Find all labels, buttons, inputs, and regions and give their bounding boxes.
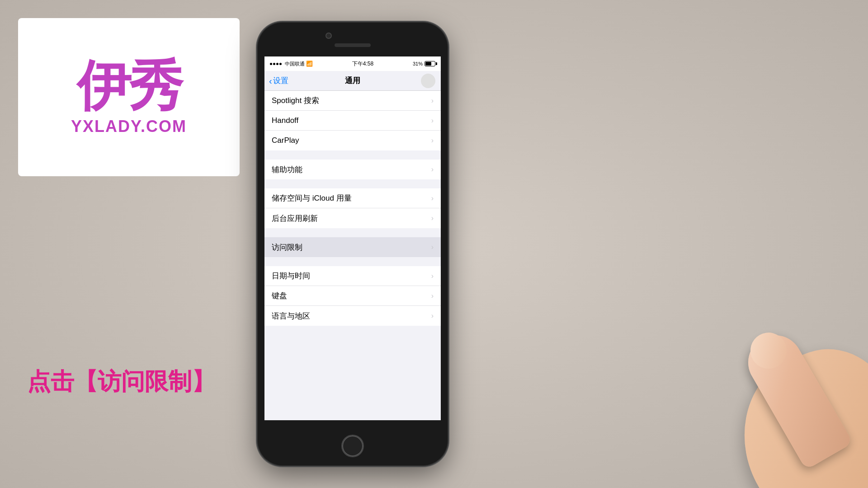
settings-group-4: 访问限制 › — [264, 237, 441, 257]
dot2 — [273, 63, 275, 65]
settings-label-datetime: 日期与时间 — [272, 271, 310, 281]
chevron-icon-accessibility: › — [431, 165, 434, 174]
status-left: 中国联通 📶 — [270, 61, 313, 67]
settings-group-1: Spotlight 搜索 › Handoff › CarPlay › — [264, 91, 441, 150]
status-right: 31% — [413, 61, 435, 66]
dot3 — [276, 63, 278, 65]
settings-label-restrictions: 访问限制 — [272, 242, 302, 253]
settings-group-5: 日期与时间 › 键盘 › 语言与地区 › — [264, 266, 441, 326]
chevron-icon-restrictions: › — [431, 243, 434, 251]
finger — [738, 325, 853, 470]
back-button[interactable]: ‹ 设置 — [269, 75, 288, 86]
logo-chinese: 伊秀 — [77, 58, 181, 113]
status-bar: 中国联通 📶 下午4:58 31% — [264, 56, 441, 71]
settings-item-spotlight[interactable]: Spotlight 搜索 › — [264, 91, 441, 111]
phone-camera — [326, 33, 332, 39]
settings-group-2: 辅助功能 › — [264, 160, 441, 179]
separator-2 — [264, 179, 441, 188]
palm — [720, 331, 868, 488]
home-button[interactable] — [341, 435, 364, 457]
chevron-icon-background-refresh: › — [431, 214, 434, 222]
settings-label-handoff: Handoff — [272, 116, 298, 125]
settings-item-carplay[interactable]: CarPlay › — [264, 131, 441, 150]
settings-list: Spotlight 搜索 › Handoff › CarPlay › — [264, 91, 441, 326]
chevron-icon-datetime: › — [431, 272, 434, 280]
home-button-inner — [342, 436, 363, 456]
carrier-text: 中国联通 — [285, 61, 305, 67]
chevron-icon-storage: › — [431, 194, 434, 202]
chevron-icon-handoff: › — [431, 117, 434, 125]
back-chevron-icon: ‹ — [269, 76, 272, 85]
phone: 中国联通 📶 下午4:58 31% ‹ 设置 通用 — [258, 23, 448, 465]
chevron-icon-keyboard: › — [431, 292, 434, 300]
settings-item-background-refresh[interactable]: 后台应用刷新 › — [264, 208, 441, 228]
settings-label-background-refresh: 后台应用刷新 — [272, 213, 318, 224]
phone-speaker — [335, 43, 371, 47]
status-time: 下午4:58 — [352, 60, 373, 68]
logo-panel: 伊秀 YXLADY.COM — [18, 18, 240, 176]
chevron-icon-spotlight: › — [431, 97, 434, 105]
back-text: 设置 — [273, 75, 288, 86]
separator-4 — [264, 257, 441, 266]
settings-label-carplay: CarPlay — [272, 136, 299, 145]
settings-item-accessibility[interactable]: 辅助功能 › — [264, 160, 441, 179]
chevron-icon-carplay: › — [431, 136, 434, 145]
settings-item-storage[interactable]: 储存空间与 iCloud 用量 › — [264, 188, 441, 208]
nav-bar: ‹ 设置 通用 — [264, 71, 441, 91]
settings-item-language[interactable]: 语言与地区 › — [264, 306, 441, 326]
settings-label-language: 语言与地区 — [272, 311, 310, 321]
battery-icon — [425, 61, 435, 66]
settings-label-accessibility: 辅助功能 — [272, 164, 302, 175]
profile-avatar — [421, 74, 435, 88]
hand-area — [552, 172, 868, 488]
finger-tip — [744, 326, 793, 375]
settings-item-keyboard[interactable]: 键盘 › — [264, 286, 441, 306]
dot4 — [279, 63, 282, 65]
settings-label-spotlight: Spotlight 搜索 — [272, 95, 319, 106]
settings-item-handoff[interactable]: Handoff › — [264, 111, 441, 131]
settings-group-3: 储存空间与 iCloud 用量 › 后台应用刷新 › — [264, 188, 441, 228]
battery-percent: 31% — [413, 61, 423, 66]
dot1 — [270, 63, 272, 65]
settings-item-datetime[interactable]: 日期与时间 › — [264, 266, 441, 286]
annotation-text: 点击【访问限制】 — [27, 366, 215, 398]
separator-1 — [264, 150, 441, 160]
phone-top — [258, 23, 448, 59]
settings-label-keyboard: 键盘 — [272, 291, 287, 301]
separator-3 — [264, 228, 441, 237]
wifi-icon: 📶 — [306, 61, 313, 67]
settings-label-storage: 储存空间与 iCloud 用量 — [272, 193, 352, 203]
chevron-icon-language: › — [431, 312, 434, 320]
settings-item-restrictions[interactable]: 访问限制 › — [264, 237, 441, 257]
phone-screen: 中国联通 📶 下午4:58 31% ‹ 设置 通用 — [264, 56, 441, 420]
signal-bars — [270, 63, 282, 65]
phone-wrapper: 中国联通 📶 下午4:58 31% ‹ 设置 通用 — [249, 0, 457, 488]
logo-url: YXLADY.COM — [71, 117, 187, 136]
battery-fill — [425, 62, 431, 66]
nav-title: 通用 — [345, 75, 360, 86]
